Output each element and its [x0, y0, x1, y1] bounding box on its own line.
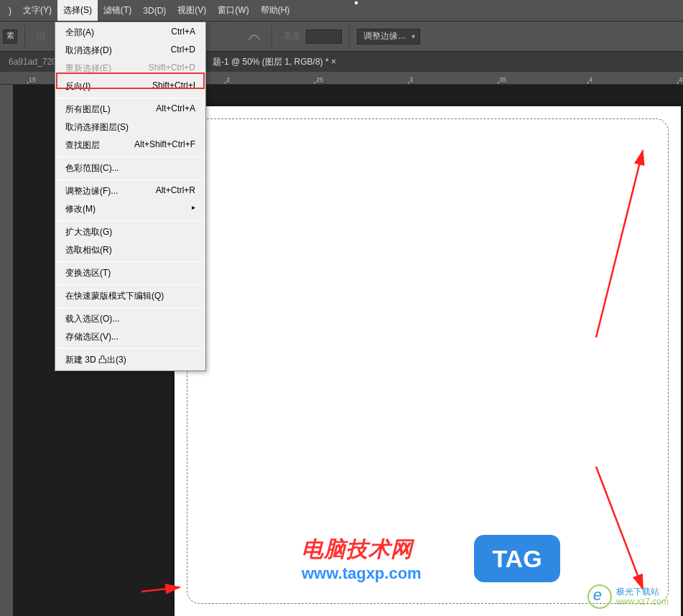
menu-item-help[interactable]: 帮助(H) [255, 0, 296, 21]
ruler-tick: 4 [589, 76, 593, 83]
menu-item-select[interactable]: 选择(S) [57, 0, 98, 21]
tool-field-1[interactable]: 素 [3, 29, 17, 44]
tag-badge: TAG [474, 535, 560, 582]
altitude-label: 高度: [284, 30, 303, 42]
ruler-tick: 15 [29, 76, 36, 83]
watermark-url: www.tagxp.com [302, 564, 422, 583]
refine-edges-button[interactable]: 调整边缘... [357, 29, 420, 45]
ruler-tick: 45 [679, 76, 683, 83]
menu-grow[interactable]: 扩大选取(G) [55, 223, 205, 241]
menu-deselect[interactable]: 取消选择(D)Ctrl+D [55, 42, 205, 60]
menu-separator [57, 179, 204, 180]
menu-separator [57, 98, 204, 98]
vertical-ruler [0, 85, 13, 616]
menu-separator [57, 261, 204, 262]
menu-item-3d[interactable]: 3D(D) [137, 1, 172, 20]
menu-separator [57, 348, 204, 349]
document-tab-active[interactable]: 题-1 @ 50% (图层 1, RGB/8) * × [213, 56, 336, 68]
menu-all-layers[interactable]: 所有图层(L)Alt+Ctrl+A [55, 101, 205, 118]
ruler-tick: 2 [226, 76, 230, 83]
watermark2-url: www.xz7.com [616, 597, 669, 607]
menu-separator [57, 284, 204, 285]
menu-similar[interactable]: 选取相似(R) [55, 241, 205, 259]
menu-refine-edge[interactable]: 调整边缘(F)...Alt+Ctrl+R [55, 182, 205, 200]
toolbar-separator [24, 26, 25, 47]
menu-quick-mask[interactable]: 在快速蒙版模式下编辑(Q) [55, 287, 205, 305]
menu-bar: ) 文字(Y) 选择(S) 滤镜(T) 3D(D) 视图(V) 窗口(W) 帮助… [0, 0, 683, 22]
menu-item-view[interactable]: 视图(V) [172, 0, 212, 21]
title-bar-marker [355, 1, 358, 4]
menu-reselect: 重新选择(E)Shift+Ctrl+D [55, 60, 205, 78]
toolbar-separator [349, 26, 350, 47]
watermark-tagxp: 电脑技术网 www.tagxp.com [302, 535, 422, 583]
menu-find-layers[interactable]: 查找图层Alt+Shift+Ctrl+F [55, 136, 205, 154]
menu-deselect-layers[interactable]: 取消选择图层(S) [55, 118, 205, 136]
marquee-selection [187, 118, 669, 604]
menu-item-window[interactable]: 窗口(W) [212, 0, 254, 21]
menu-item-filter[interactable]: 滤镜(T) [98, 0, 137, 21]
watermark-text: 电脑技术网 [302, 535, 422, 564]
menu-inverse[interactable]: 反向(I)Shift+Ctrl+I [55, 78, 205, 95]
ruler-tick: 25 [316, 76, 323, 83]
ruler-tick: 3 [409, 76, 413, 83]
menu-separator [57, 157, 204, 157]
toolbar-separator [271, 26, 272, 47]
menu-separator [57, 220, 204, 221]
arc-icon[interactable] [244, 27, 264, 47]
menu-item-text[interactable]: 文字(Y) [17, 0, 57, 21]
document-canvas[interactable] [175, 106, 681, 616]
menu-transform-selection[interactable]: 变换选区(T) [55, 264, 205, 282]
watermark2-name: 极光下载站 [616, 587, 669, 597]
watermark-xz7: 极光下载站 www.xz7.com [587, 584, 669, 609]
menu-item-partial[interactable]: ) [3, 1, 17, 20]
select-dropdown-menu: 全部(A)Ctrl+A 取消选择(D)Ctrl+D 重新选择(E)Shift+C… [55, 22, 206, 371]
menu-save-selection[interactable]: 存储选区(V)... [55, 328, 205, 346]
menu-new-3d-extrusion[interactable]: 新建 3D 凸出(3) [55, 351, 205, 369]
menu-load-selection[interactable]: 载入选区(O)... [55, 310, 205, 328]
ruler-tick: 35 [499, 76, 506, 83]
menu-color-range[interactable]: 色彩范围(C)... [55, 159, 205, 177]
menu-separator [57, 307, 204, 308]
altitude-input[interactable] [306, 29, 342, 44]
xz7-logo-icon [587, 584, 612, 609]
menu-select-all[interactable]: 全部(A)Ctrl+A [55, 24, 205, 42]
tool-clear-label: 消 [37, 30, 45, 42]
menu-modify[interactable]: 修改(M) [55, 200, 205, 218]
